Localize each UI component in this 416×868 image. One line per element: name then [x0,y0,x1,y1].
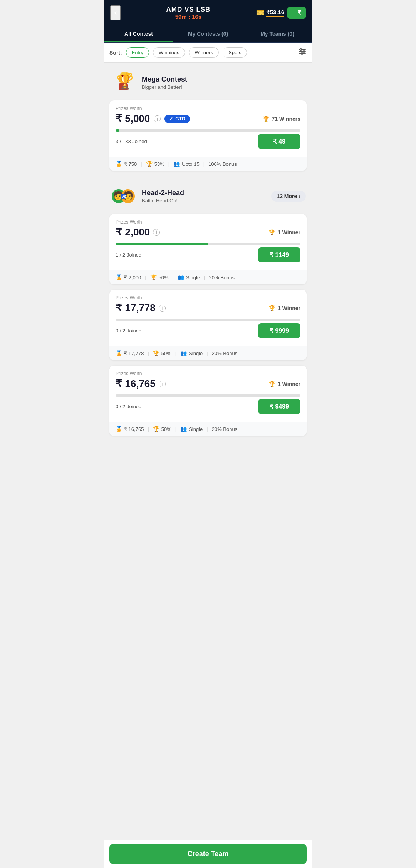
h2h-section-header: 🧑 🧑 VS Head-2-Head Battle Head-On! 12 Mo… [104,176,312,214]
h2h-2-prizes-label: Prizes Worth [116,295,300,300]
h2h-1-prizes-label: Prizes Worth [116,219,300,225]
mega-contest-text: Mega Contest Bigger and Better! [142,75,306,90]
h2h-3-progress-bar [116,394,300,397]
h2h-1-prizes-row: ₹ 2,000 i 🏆 1 Winner [116,226,300,238]
h2h-card-2: Prizes Worth ₹ 17,778 i 🏆 1 Winner 0 / 2… [109,290,307,360]
h2h-2-info-icon[interactable]: i [159,305,166,312]
sort-entry-button[interactable]: Entry [126,47,149,58]
h2h-card-3-body: Prizes Worth ₹ 16,765 i 🏆 1 Winner 0 / 2… [109,366,307,422]
h2h-1-progress-text: 1 / 2 Joined [116,252,141,258]
mega-contest-title: Mega Contest [142,75,306,83]
h2h-2-prizes-row: ₹ 17,778 i 🏆 1 Winner [116,302,300,314]
h2h-1-prize-min: 🏅 ₹ 2,000 [116,274,141,280]
gtd-check-icon: ✓ [169,116,173,122]
mega-contest-section-header: 🏆 🏆 ★ Mega Contest Bigger and Better! [104,63,312,100]
h2h-3-winners-count: 🏆 1 Winner [269,381,300,387]
header: ‹ AMD VS LSB 59m : 16s 🎫 ₹53.16 + ₹ [104,0,312,25]
sort-winnings-button[interactable]: Winnings [153,47,185,58]
match-timer: 59m : 16s [166,13,211,20]
h2h-3-info-icon[interactable]: i [159,381,166,387]
h2h-1-win-pct: 🏆 50% [150,274,169,280]
h2h-3-progress-text: 0 / 2 Joined [116,404,141,409]
h2h-title: Head-2-Head [142,189,266,197]
tab-my-contests[interactable]: My Contests (0) [173,25,243,42]
h2h-3-prize-icon: 🏅 [116,426,122,432]
mega-bonus: 100% Bonus [208,161,237,167]
sort-label: Sort: [109,50,122,56]
h2h-2-prizes-amount: ₹ 17,778 [116,302,156,314]
mega-progress-bar [116,129,300,132]
svg-point-5 [301,53,303,54]
h2h-2-bonus: 20% Bonus [212,351,238,356]
svg-text:🏆: 🏆 [116,73,134,90]
h2h-card-1: Prizes Worth ₹ 2,000 i 🏆 1 Winner 1 / 2 … [109,214,307,284]
h2h-3-progress-row: 0 / 2 Joined ₹ 9499 [116,399,300,414]
h2h-3-bonus: 20% Bonus [212,426,238,432]
svg-text:VS: VS [122,195,126,199]
sort-spots-button[interactable]: Spots [223,47,247,58]
spots-icon: 👥 [173,161,180,167]
h2h-2-join-button[interactable]: ₹ 9999 [258,323,300,338]
svg-text:★: ★ [121,74,124,78]
h2h-2-win-pct: 🏆 50% [153,350,171,356]
h2h-card-1-body: Prizes Worth ₹ 2,000 i 🏆 1 Winner 1 / 2 … [109,214,307,270]
h2h-3-prizes-label: Prizes Worth [116,371,300,376]
h2h-more-badge[interactable]: 12 More › [271,191,306,202]
back-button[interactable]: ‹ [110,5,121,20]
h2h-trophy-icon-1: 🏆 [269,229,275,235]
h2h-1-bonus: 20% Bonus [209,275,235,280]
h2h-1-spots: 👥 Single [178,274,200,280]
h2h-3-join-button[interactable]: ₹ 9499 [258,399,300,414]
h2h-2-progress-text: 0 / 2 Joined [116,328,141,334]
trophy-icon: 🏆 [263,116,269,122]
h2h-3-prizes-amount: ₹ 16,765 [116,378,156,390]
h2h-3-win-pct: 🏆 50% [153,426,171,432]
more-label: 12 More [277,193,297,199]
sort-bar: Sort: Entry Winnings Winners Spots [104,43,312,63]
h2h-1-card-footer: 🏅 ₹ 2,000 | 🏆 50% | 👥 Single | 20% Bonus [109,270,307,284]
h2h-3-progress-section: 0 / 2 Joined ₹ 9499 [116,394,300,414]
h2h-1-progress-row: 1 / 2 Joined ₹ 1149 [116,247,300,262]
h2h-2-spots: 👥 Single [180,350,203,356]
h2h-3-card-footer: 🏅 ₹ 16,765 | 🏆 50% | 👥 Single | 20% Bonu… [109,422,307,436]
h2h-3-spots-icon: 👥 [180,426,187,432]
mega-prize-min: 🏅 ₹ 750 [116,161,137,167]
match-title: AMD VS LSB [166,6,211,13]
h2h-1-join-button[interactable]: ₹ 1149 [258,247,300,262]
prize-icon: 🏅 [116,161,122,167]
sort-winners-button[interactable]: Winners [189,47,219,58]
h2h-1-progress-fill [116,243,208,245]
trophy-footer-icon: 🏆 [146,161,153,167]
h2h-2-trophy-footer-icon: 🏆 [153,350,159,356]
h2h-2-progress-bar [116,319,300,321]
mega-card-body: Prizes Worth ₹ 5,000 i ✓ GTD 🏆 71 Winner… [109,100,307,157]
mega-info-icon[interactable]: i [154,115,161,122]
wallet-icon: 🎫 [256,8,265,17]
mega-prizes-amount: ₹ 5,000 [116,113,150,125]
mega-join-button[interactable]: ₹ 49 [258,134,300,149]
h2h-trophy-icon-3: 🏆 [269,381,275,387]
tab-my-teams[interactable]: My Teams (0) [243,25,312,42]
h2h-card-3: Prizes Worth ₹ 16,765 i 🏆 1 Winner 0 / 2… [109,366,307,436]
wallet-area: 🎫 ₹53.16 + ₹ [256,7,306,19]
match-info: AMD VS LSB 59m : 16s [166,6,211,20]
mega-contest-subtitle: Bigger and Better! [142,84,306,90]
svg-point-4 [303,51,305,52]
h2h-card-2-body: Prizes Worth ₹ 17,778 i 🏆 1 Winner 0 / 2… [109,290,307,346]
mega-progress-fill [116,129,119,132]
tabs-bar: All Contest My Contests (0) My Teams (0) [104,25,312,43]
h2h-1-info-icon[interactable]: i [153,229,160,236]
add-cash-button[interactable]: + ₹ [287,7,306,19]
mega-gtd-badge: ✓ GTD [164,115,190,123]
h2h-1-progress-bar [116,243,300,245]
h2h-1-spots-icon: 👥 [178,274,184,280]
filter-icon[interactable] [298,47,307,58]
tab-all-contest[interactable]: All Contest [104,25,173,42]
h2h-subtitle: Battle Head-On! [142,198,266,204]
create-team-bar: Create Team [104,840,312,868]
h2h-1-prizes-amount: ₹ 2,000 [116,226,150,238]
gtd-label: GTD [175,116,185,122]
h2h-trophy-icon-2: 🏆 [269,305,275,311]
create-team-button[interactable]: Create Team [109,844,307,864]
h2h-1-progress-section: 1 / 2 Joined ₹ 1149 [116,243,300,262]
